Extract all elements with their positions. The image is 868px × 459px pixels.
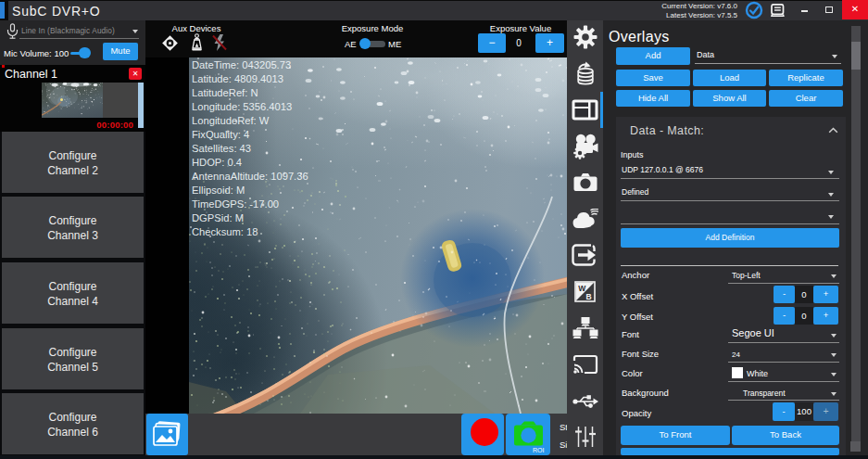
svg-text:B: B [586, 292, 592, 301]
svg-text:W: W [578, 283, 586, 292]
